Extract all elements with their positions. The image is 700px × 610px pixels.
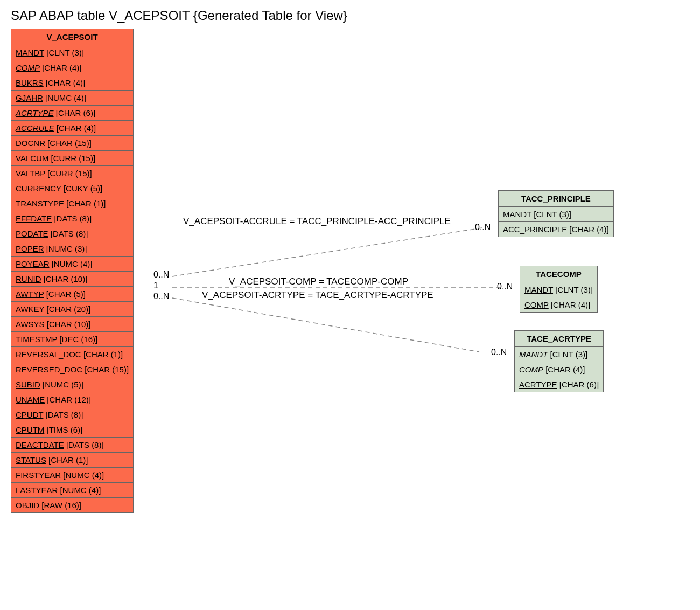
field-name: EFFDATE	[16, 214, 52, 223]
field-row: REVERSAL_DOC [CHAR (1)]	[11, 347, 133, 362]
field-row: RUNID [CHAR (10)]	[11, 272, 133, 287]
field-row: AWKEY [CHAR (20)]	[11, 302, 133, 317]
field-name: RUNID	[16, 274, 41, 283]
field-row: ACRTYPE [CHAR (6)]	[11, 106, 133, 121]
field-name: VALCUM	[16, 154, 48, 163]
field-name: REVERSED_DOC	[16, 365, 82, 374]
field-name: MANDT	[503, 210, 531, 219]
edge-label-accrule: V_ACEPSOIT-ACCRULE = TACC_PRINCIPLE-ACC_…	[183, 216, 451, 227]
field-row: SUBID [NUMC (5)]	[11, 377, 133, 392]
field-name: GJAHR	[16, 93, 43, 102]
field-row: MANDT [CLNT (3)]	[499, 207, 613, 222]
field-name: MANDT	[519, 350, 548, 359]
field-row: ACRTYPE [CHAR (6)]	[515, 377, 603, 392]
er-diagram: V_ACEPSOIT MANDT [CLNT (3)]COMP [CHAR (4…	[11, 29, 689, 610]
field-name: ACRTYPE	[519, 380, 557, 389]
field-name: VALTBP	[16, 169, 45, 178]
field-row: ACC_PRINCIPLE [CHAR (4)]	[499, 222, 613, 237]
field-row: AWTYP [CHAR (5)]	[11, 287, 133, 302]
field-name: TIMESTMP	[16, 335, 57, 344]
field-name: DEACTDATE	[16, 440, 64, 449]
field-type: [CHAR (6)]	[557, 380, 599, 389]
field-type: [CHAR (4)]	[543, 365, 585, 374]
field-name: REVERSAL_DOC	[16, 350, 81, 359]
entity-header: TACECOMP	[520, 266, 597, 282]
cardinality-right-3: 0..N	[491, 348, 507, 357]
field-name: POPER	[16, 244, 44, 253]
svg-line-2	[172, 298, 479, 352]
field-row: VALTBP [CURR (15)]	[11, 166, 133, 181]
field-name: LASTYEAR	[16, 486, 58, 495]
field-type: [NUMC (4)]	[43, 93, 86, 102]
field-name: DOCNR	[16, 138, 45, 148]
field-row: VALCUM [CURR (15)]	[11, 151, 133, 166]
field-row: MANDT [CLNT (3)]	[11, 45, 133, 60]
field-type: [CHAR (5)]	[44, 289, 86, 299]
cardinality-left-bot: 0..N	[153, 292, 169, 301]
field-type: [CHAR (4)]	[567, 225, 609, 234]
svg-line-0	[172, 228, 482, 276]
field-type: [CHAR (20)]	[44, 304, 90, 314]
field-type: [CHAR (1)]	[81, 350, 123, 359]
field-type: [CHAR (10)]	[41, 274, 88, 283]
field-row: UNAME [CHAR (12)]	[11, 392, 133, 407]
field-name: CPUDT	[16, 410, 43, 419]
field-row: COMP [CHAR (4)]	[520, 297, 597, 312]
field-type: [CHAR (6)]	[54, 108, 96, 117]
field-type: [CLNT (3)]	[44, 48, 84, 57]
field-row: GJAHR [NUMC (4)]	[11, 91, 133, 106]
field-name: FIRSTYEAR	[16, 470, 61, 480]
field-type: [NUMC (5)]	[40, 380, 83, 389]
field-type: [DATS (8)]	[43, 410, 83, 419]
field-row: PODATE [DATS (8)]	[11, 226, 133, 241]
cardinality-right-2: 0..N	[497, 282, 513, 292]
field-row: CURRENCY [CUKY (5)]	[11, 181, 133, 196]
field-row: STATUS [CHAR (1)]	[11, 453, 133, 468]
field-name: UNAME	[16, 395, 45, 404]
field-name: AWTYP	[16, 289, 44, 299]
field-row: EFFDATE [DATS (8)]	[11, 211, 133, 226]
field-type: [RAW (16)]	[39, 501, 81, 510]
field-type: [CHAR (4)]	[549, 300, 591, 309]
field-type: [NUMC (4)]	[50, 259, 93, 268]
field-type: [CHAR (1)]	[46, 455, 88, 465]
cardinality-right-1: 0..N	[475, 223, 491, 232]
field-row: POYEAR [NUMC (4)]	[11, 257, 133, 272]
field-row: POPER [NUMC (3)]	[11, 241, 133, 257]
page-title: SAP ABAP table V_ACEPSOIT {Generated Tab…	[11, 8, 689, 23]
field-name: OBJID	[16, 501, 39, 510]
field-row: REVERSED_DOC [CHAR (15)]	[11, 362, 133, 377]
field-row: CPUDT [DATS (8)]	[11, 407, 133, 422]
field-name: AWSYS	[16, 320, 45, 329]
field-row: TIMESTMP [DEC (16)]	[11, 332, 133, 347]
field-type: [CLNT (3)]	[553, 285, 593, 294]
field-type: [NUMC (3)]	[44, 244, 87, 253]
cardinality-left-mid: 1	[153, 281, 158, 290]
field-name: TRANSTYPE	[16, 199, 64, 208]
field-name: BUKRS	[16, 78, 44, 87]
field-type: [CUKY (5)]	[61, 184, 102, 193]
field-type: [CHAR (1)]	[64, 199, 106, 208]
field-type: [CLNT (3)]	[531, 210, 571, 219]
field-type: [CHAR (4)]	[54, 123, 96, 133]
field-name: SUBID	[16, 380, 40, 389]
field-type: [TIMS (6)]	[44, 425, 82, 434]
field-type: [NUMC (4)]	[61, 470, 104, 480]
field-name: STATUS	[16, 455, 46, 465]
field-row: DEACTDATE [DATS (8)]	[11, 438, 133, 453]
field-type: [DATS (8)]	[52, 214, 92, 223]
field-row: COMP [CHAR (4)]	[515, 362, 603, 377]
field-name: ACRTYPE	[16, 108, 54, 117]
field-type: [CURR (15)]	[45, 169, 92, 178]
field-type: [CHAR (15)]	[82, 365, 129, 374]
field-name: ACC_PRINCIPLE	[503, 225, 567, 234]
entity-tacecomp: TACECOMP MANDT [CLNT (3)]COMP [CHAR (4)]	[520, 266, 598, 313]
cardinality-left-top: 0..N	[153, 270, 169, 280]
field-name: PODATE	[16, 229, 48, 238]
entity-header: TACC_PRINCIPLE	[499, 191, 613, 207]
field-name: COMP	[519, 365, 543, 374]
field-type: [CLNT (3)]	[548, 350, 587, 359]
field-name: COMP	[16, 63, 40, 72]
field-row: DOCNR [CHAR (15)]	[11, 136, 133, 151]
field-row: LASTYEAR [NUMC (4)]	[11, 483, 133, 498]
